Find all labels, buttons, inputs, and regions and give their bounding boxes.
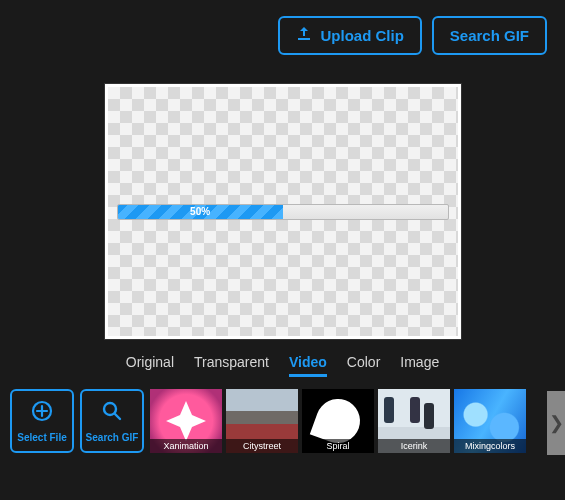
search-gif-button[interactable]: Search GIF <box>432 16 547 55</box>
tab-color[interactable]: Color <box>347 354 380 377</box>
gallery-row: Select File Search GIF Xanimation Cityst… <box>0 383 565 463</box>
thumbnail-strip: Xanimation Citystreet Spiral Icerink Mix… <box>150 389 559 453</box>
chevron-right-icon: ❯ <box>549 412 564 434</box>
thumb-mixingcolors[interactable]: Mixingcolors <box>454 389 526 453</box>
thumb-label: Citystreet <box>226 439 298 453</box>
thumb-spiral[interactable]: Spiral <box>302 389 374 453</box>
thumb-label: Mixingcolors <box>454 439 526 453</box>
gallery-next-button[interactable]: ❯ <box>547 391 565 455</box>
canvas-area: 50% <box>0 83 565 340</box>
tab-original[interactable]: Original <box>126 354 174 377</box>
tab-image[interactable]: Image <box>400 354 439 377</box>
plus-circle-icon <box>31 400 53 428</box>
upload-clip-label: Upload Clip <box>320 27 403 44</box>
search-gif-gallery-label: Search GIF <box>86 432 139 443</box>
thumb-label: Spiral <box>302 439 374 453</box>
search-gif-gallery-button[interactable]: Search GIF <box>80 389 144 453</box>
upload-clip-button[interactable]: Upload Clip <box>278 16 421 55</box>
progress-label: 50% <box>190 206 210 217</box>
tab-video[interactable]: Video <box>289 354 327 377</box>
select-file-button[interactable]: Select File <box>10 389 74 453</box>
search-icon <box>101 400 123 428</box>
tab-transparent[interactable]: Transparent <box>194 354 269 377</box>
top-toolbar: Upload Clip Search GIF <box>0 0 565 83</box>
thumb-citystreet[interactable]: Citystreet <box>226 389 298 453</box>
thumb-label: Xanimation <box>150 439 222 453</box>
background-mode-tabs: Original Transparent Video Color Image <box>0 340 565 383</box>
preview-canvas: 50% <box>104 83 462 340</box>
thumb-xanimation[interactable]: Xanimation <box>150 389 222 453</box>
thumb-label: Icerink <box>378 439 450 453</box>
search-gif-label: Search GIF <box>450 27 529 44</box>
upload-icon <box>296 27 312 44</box>
select-file-label: Select File <box>17 432 66 443</box>
thumb-icerink[interactable]: Icerink <box>378 389 450 453</box>
progress-bar: 50% <box>117 204 449 220</box>
